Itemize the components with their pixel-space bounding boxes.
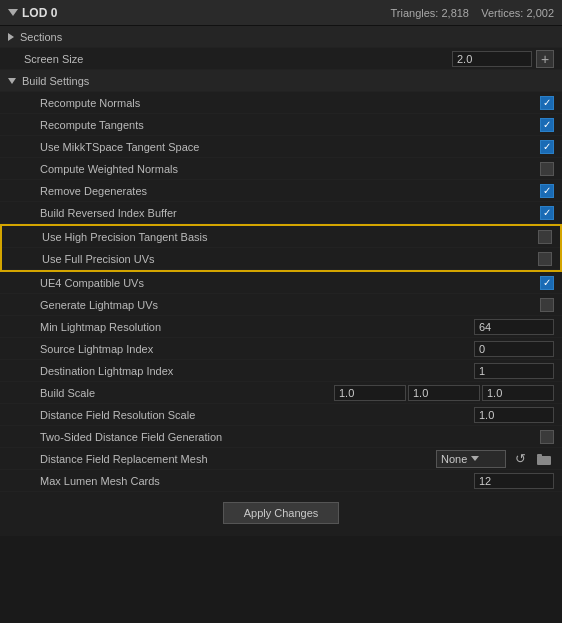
gen-lightmap-label: Generate Lightmap UVs [40,299,540,311]
two-sided-df-row: Two-Sided Distance Field Generation [0,426,562,448]
remove-degenerates-checkbox[interactable] [540,184,554,198]
reversed-index-row: Build Reversed Index Buffer [0,202,562,224]
df-res-scale-row: Distance Field Resolution Scale [0,404,562,426]
screen-size-row: Screen Size + [0,48,562,70]
build-scale-z-input[interactable] [482,385,554,401]
footer: Apply Changes [0,492,562,536]
recompute-tangents-label: Recompute Tangents [40,119,540,131]
lod-header: LOD 0 Triangles: 2,818 Vertices: 2,002 [0,0,562,26]
df-replacement-label: Distance Field Replacement Mesh [40,453,436,465]
collapse-icon[interactable] [8,9,18,16]
mesh-stats: Triangles: 2,818 Vertices: 2,002 [391,7,555,19]
build-settings-label: Build Settings [22,75,554,87]
high-precision-tangent-checkbox[interactable] [538,230,552,244]
full-precision-uvs-row: Use Full Precision UVs [2,248,560,270]
full-precision-uvs-label: Use Full Precision UVs [42,253,538,265]
reversed-index-label: Build Reversed Index Buffer [40,207,540,219]
sections-arrow [8,33,14,41]
min-lightmap-res-label: Min Lightmap Resolution [40,321,474,333]
svg-rect-1 [537,454,542,457]
max-lumen-label: Max Lumen Mesh Cards [40,475,474,487]
source-lightmap-idx-input[interactable] [474,341,554,357]
recompute-tangents-row: Recompute Tangents [0,114,562,136]
min-lightmap-res-input[interactable] [474,319,554,335]
high-precision-tangent-label: Use High Precision Tangent Basis [42,231,538,243]
ue4-uvs-checkbox[interactable] [540,276,554,290]
mikkt-row: Use MikkTSpace Tangent Space [0,136,562,158]
dest-lightmap-idx-label: Destination Lightmap Index [40,365,474,377]
gen-lightmap-row: Generate Lightmap UVs [0,294,562,316]
full-precision-uvs-checkbox[interactable] [538,252,552,266]
build-scale-row: Build Scale [0,382,562,404]
mikkt-checkbox[interactable] [540,140,554,154]
sections-header[interactable]: Sections [0,26,562,48]
remove-degenerates-label: Remove Degenerates [40,185,540,197]
lod-title: LOD 0 [22,6,57,20]
source-lightmap-idx-row: Source Lightmap Index [0,338,562,360]
screen-size-plus[interactable]: + [536,50,554,68]
dropdown-arrow-icon [471,456,479,461]
svg-rect-0 [537,456,551,465]
build-scale-label: Build Scale [40,387,334,399]
two-sided-df-label: Two-Sided Distance Field Generation [40,431,540,443]
df-refresh-icon[interactable]: ↺ [510,449,530,469]
apply-changes-button[interactable]: Apply Changes [223,502,340,524]
ue4-uvs-row: UE4 Compatible UVs [0,272,562,294]
build-scale-inputs [334,385,554,401]
max-lumen-row: Max Lumen Mesh Cards [0,470,562,492]
df-replacement-row: Distance Field Replacement Mesh None ↺ [0,448,562,470]
weighted-normals-row: Compute Weighted Normals [0,158,562,180]
build-settings-header[interactable]: Build Settings [0,70,562,92]
min-lightmap-res-row: Min Lightmap Resolution [0,316,562,338]
df-res-scale-input[interactable] [474,407,554,423]
highlighted-group: Use High Precision Tangent Basis Use Ful… [0,224,562,272]
dest-lightmap-idx-input[interactable] [474,363,554,379]
max-lumen-input[interactable] [474,473,554,489]
build-scale-y-input[interactable] [408,385,480,401]
two-sided-df-checkbox[interactable] [540,430,554,444]
gen-lightmap-checkbox[interactable] [540,298,554,312]
source-lightmap-idx-label: Source Lightmap Index [40,343,474,355]
build-settings-arrow [8,78,16,84]
reversed-index-checkbox[interactable] [540,206,554,220]
recompute-tangents-checkbox[interactable] [540,118,554,132]
weighted-normals-label: Compute Weighted Normals [40,163,540,175]
weighted-normals-checkbox[interactable] [540,162,554,176]
panel: LOD 0 Triangles: 2,818 Vertices: 2,002 S… [0,0,562,536]
sections-label: Sections [20,31,554,43]
df-res-scale-label: Distance Field Resolution Scale [40,409,474,421]
df-replacement-dropdown[interactable]: None [436,450,506,468]
recompute-normals-label: Recompute Normals [40,97,540,109]
recompute-normals-row: Recompute Normals [0,92,562,114]
build-scale-x-input[interactable] [334,385,406,401]
screen-size-input[interactable] [452,51,532,67]
recompute-normals-checkbox[interactable] [540,96,554,110]
screen-size-label: Screen Size [24,53,452,65]
ue4-uvs-label: UE4 Compatible UVs [40,277,540,289]
remove-degenerates-row: Remove Degenerates [0,180,562,202]
dest-lightmap-idx-row: Destination Lightmap Index [0,360,562,382]
df-folder-icon[interactable] [534,449,554,469]
mikkt-label: Use MikkTSpace Tangent Space [40,141,540,153]
high-precision-tangent-row: Use High Precision Tangent Basis [2,226,560,248]
